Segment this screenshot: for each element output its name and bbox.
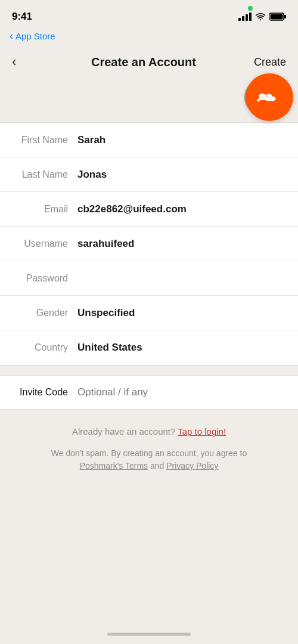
first-name-label: First Name xyxy=(12,135,77,145)
soundcloud-button[interactable] xyxy=(246,73,293,121)
username-label: Username xyxy=(12,239,77,249)
soundcloud-icon xyxy=(257,85,282,110)
country-row[interactable]: Country United States xyxy=(0,330,298,365)
first-name-value[interactable]: Sarah xyxy=(77,134,286,146)
email-label: Email xyxy=(12,204,77,215)
poshmark-terms-link[interactable]: Poshmark's Terms xyxy=(80,461,148,470)
registration-form: First Name Sarah Last Name Jonas Email c… xyxy=(0,122,298,366)
gender-value[interactable]: Unspecified xyxy=(77,307,286,319)
svg-rect-1 xyxy=(284,15,286,18)
svg-rect-2 xyxy=(271,14,283,20)
battery-icon xyxy=(269,13,286,21)
password-row[interactable]: Password xyxy=(0,261,298,296)
gender-label: Gender xyxy=(12,308,77,318)
invite-code-label: Invite Code xyxy=(12,387,77,398)
terms-text: We don't spam. By creating an account, y… xyxy=(18,447,280,472)
avatar-area xyxy=(0,79,298,120)
invite-code-input[interactable] xyxy=(77,386,286,398)
first-name-row[interactable]: First Name Sarah xyxy=(0,123,298,157)
gender-row[interactable]: Gender Unspecified xyxy=(0,296,298,330)
app-store-back-arrow: ‹ xyxy=(10,30,13,42)
invite-code-row[interactable]: Invite Code xyxy=(0,375,298,410)
last-name-row[interactable]: Last Name Jonas xyxy=(0,157,298,192)
wifi-icon xyxy=(255,13,266,21)
nav-back-button[interactable]: ‹ xyxy=(12,54,33,70)
privacy-policy-link[interactable]: Privacy Policy xyxy=(166,461,218,470)
app-store-back[interactable]: ‹ App Store xyxy=(0,30,298,47)
app-store-label: App Store xyxy=(15,31,55,41)
create-button[interactable]: Create xyxy=(254,56,286,69)
country-value[interactable]: United States xyxy=(77,342,286,354)
username-value[interactable]: sarahuifeed xyxy=(77,238,286,250)
last-name-value[interactable]: Jonas xyxy=(77,169,286,181)
already-have-account-text: Already have an account? Tap to login! xyxy=(18,426,280,436)
page-title: Create an Account xyxy=(91,55,196,69)
tap-to-login-link[interactable]: Tap to login! xyxy=(178,426,226,436)
email-value[interactable]: cb22e862@uifeed.com xyxy=(77,203,286,215)
email-row[interactable]: Email cb22e862@uifeed.com xyxy=(0,192,298,227)
status-icons xyxy=(238,13,286,21)
password-label: Password xyxy=(12,273,77,284)
status-time: 9:41 xyxy=(12,11,32,23)
footer: Already have an account? Tap to login! W… xyxy=(0,410,298,482)
invite-section: Invite Code xyxy=(0,366,298,410)
status-bar: 9:41 xyxy=(0,0,298,30)
nav-header: ‹ Create an Account Create xyxy=(0,47,298,79)
last-name-label: Last Name xyxy=(12,169,77,180)
username-row[interactable]: Username sarahuifeed xyxy=(0,227,298,261)
country-label: Country xyxy=(12,342,77,353)
notification-dot xyxy=(248,6,253,11)
home-indicator xyxy=(107,633,191,636)
signal-icon xyxy=(238,13,252,21)
